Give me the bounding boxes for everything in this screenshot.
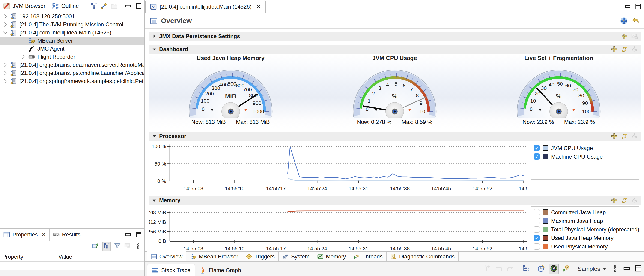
tab-mbean-browser[interactable]: MBean Browser (186, 252, 242, 261)
section-collapsed-icon[interactable] (151, 33, 157, 39)
svg-text:14:55:03: 14:55:03 (183, 186, 203, 191)
tab-triggers[interactable]: Triggers (242, 252, 279, 261)
legend-checkbox[interactable] (534, 235, 540, 241)
svg-text:0 B: 0 B (158, 238, 166, 244)
view-tab-outline[interactable]: Outline (49, 0, 82, 12)
svg-text:14:55:52: 14:55:52 (472, 246, 492, 251)
legend-label: Committed Java Heap (551, 209, 606, 216)
add-chart-icon[interactable] (620, 17, 628, 25)
minimize-button[interactable] (623, 264, 630, 273)
revert-button[interactable] (124, 242, 131, 250)
legend-checkbox[interactable] (534, 243, 540, 250)
close-icon[interactable]: ✕ (256, 3, 261, 10)
tab-system[interactable]: System (279, 252, 314, 261)
add-attribute-icon[interactable] (611, 197, 618, 204)
gauge-title: Used Java Heap Memory (196, 55, 264, 62)
section-jmx-persistence[interactable]: JMX Data Persistence Settings (148, 32, 641, 41)
new-connection-icon[interactable] (100, 3, 108, 10)
legend-checkbox[interactable] (534, 226, 540, 232)
section-actions (611, 133, 638, 140)
minimize-icon[interactable] (124, 3, 132, 10)
section-processor[interactable]: Processor (148, 131, 641, 141)
left-view-tabbar: JVM BrowserOutline (0, 0, 144, 12)
tree-mode-button[interactable] (102, 242, 111, 251)
svg-text:14:5: 14:5 (519, 186, 527, 191)
tree-item[interactable]: [21.0.4] org.springframework.samples.pet… (0, 77, 144, 85)
new-folder-icon[interactable] (111, 3, 118, 10)
legend-checkbox[interactable] (534, 209, 540, 215)
tree-item[interactable]: [21.0.4] org.jetbrains.idea.maven.server… (0, 61, 144, 69)
nav-forward-button[interactable] (506, 264, 514, 273)
chevron-collapsed-icon[interactable] (20, 53, 27, 60)
chevron-collapsed-icon[interactable] (2, 62, 9, 68)
overflow-menu-button[interactable] (134, 242, 141, 250)
collapse-tree-button[interactable] (522, 264, 530, 273)
tab-memory[interactable]: Memory (314, 252, 350, 261)
legend-checkbox[interactable] (534, 218, 540, 224)
tree-item[interactable]: [21.0.4] org.jetbrains.jps.cmdline.Launc… (0, 69, 144, 77)
chevron-collapsed-icon[interactable] (2, 70, 9, 76)
props-tab-results[interactable]: Results (50, 229, 84, 241)
maximize-icon[interactable] (635, 3, 642, 10)
add-attribute-icon[interactable] (621, 33, 628, 40)
refresh-clock-button[interactable] (538, 264, 545, 273)
chevron-collapsed-icon[interactable] (2, 78, 9, 85)
dock-tab-flame-graph[interactable]: Flame Graph (195, 264, 245, 276)
nav-back-button[interactable] (495, 264, 503, 273)
property-column-header[interactable]: Property (0, 253, 56, 260)
samples-dropdown[interactable]: Samples (578, 265, 608, 272)
tree-item-label: [21.0.4] The JVM Running Mission Control (20, 21, 123, 28)
pin-button[interactable] (92, 242, 99, 250)
tree-item[interactable]: Flight Recorder (0, 53, 144, 61)
accessibility-icon[interactable] (631, 46, 638, 53)
view-tab-tab-label: Outline (61, 3, 79, 9)
svg-text:6: 6 (403, 83, 406, 88)
tab-overview[interactable]: Overview (147, 251, 186, 261)
view-tab-jvm-browser[interactable]: JVM Browser (0, 0, 49, 12)
tree-item-label: Flight Recorder (37, 54, 75, 60)
maximize-icon[interactable] (135, 3, 142, 10)
value-column-header[interactable]: Value (56, 253, 144, 260)
section-dashboard[interactable]: Dashboard (148, 45, 641, 54)
section-expanded-icon[interactable] (151, 46, 157, 52)
flame-graph-tab-icon (199, 267, 206, 274)
nav-first-button[interactable] (484, 264, 491, 273)
replace-attribute-icon[interactable] (621, 46, 628, 53)
tree-item[interactable]: [21.0.4] com.intellij.idea.Main (14526) (0, 29, 144, 37)
close-icon[interactable]: ✕ (41, 231, 46, 238)
chevron-collapsed-icon[interactable] (2, 21, 9, 28)
persistence-chart-icon[interactable] (631, 33, 638, 40)
maximize-button[interactable] (634, 264, 642, 273)
overflow-menu-button[interactable] (611, 264, 619, 273)
tree-item[interactable]: [21.0.4] The JVM Running Mission Control (0, 20, 144, 29)
minimize-icon[interactable] (624, 3, 631, 10)
filter-button[interactable] (114, 242, 121, 250)
props-tab-properties[interactable]: Properties✕ (0, 229, 50, 241)
chevron-expanded-icon[interactable] (2, 29, 9, 36)
tree-item[interactable]: JMC Agent (0, 45, 144, 53)
maximize-icon[interactable] (135, 231, 142, 238)
add-attribute-icon[interactable] (611, 133, 618, 140)
section-expanded-icon[interactable] (151, 133, 157, 139)
legend-checkbox[interactable] (534, 154, 540, 160)
section-expanded-icon[interactable] (151, 197, 157, 203)
tab-diagnostic-commands[interactable]: Diagnostic Commands (386, 252, 458, 261)
tab-threads[interactable]: Threads (350, 252, 386, 261)
agent-settings-button[interactable] (562, 264, 570, 273)
minimize-icon[interactable] (124, 231, 132, 238)
replace-attribute-icon[interactable] (621, 133, 628, 140)
add-attribute-icon[interactable] (611, 46, 618, 53)
replace-attribute-icon[interactable] (621, 197, 628, 204)
dock-tab-stack-trace[interactable]: Stack Trace (147, 264, 195, 276)
editor-tab[interactable]: [21.0.4] com.intellij.idea.Main (14526) … (145, 0, 266, 13)
accessibility-icon[interactable] (631, 133, 638, 140)
chevron-collapsed-icon[interactable] (2, 13, 9, 20)
reset-default-icon[interactable] (632, 17, 640, 25)
section-memory[interactable]: Memory (148, 196, 641, 205)
legend-checkbox[interactable] (534, 145, 540, 151)
tree-item[interactable]: MBean Server (0, 37, 144, 45)
collapse-tree-icon[interactable] (90, 3, 97, 10)
mission-control-button[interactable]: M (549, 263, 559, 274)
tree-item[interactable]: 192.168.120.250:5001 (0, 12, 144, 20)
accessibility-icon[interactable] (631, 197, 638, 204)
